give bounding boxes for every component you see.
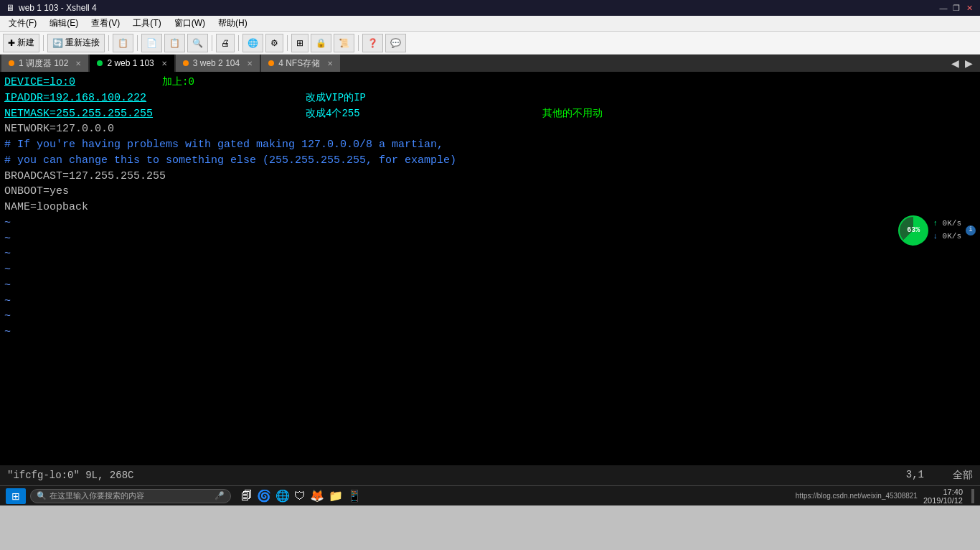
- tab-dot-2: [97, 60, 103, 66]
- start-button[interactable]: ⊞: [6, 488, 26, 504]
- lock-button[interactable]: 🔒: [311, 34, 331, 52]
- apps-icon: ⊞: [296, 38, 303, 48]
- tilde-1: ~: [4, 215, 976, 231]
- tab-next-icon[interactable]: ▶: [962, 57, 976, 69]
- close-button[interactable]: ✕: [964, 3, 974, 13]
- help-button[interactable]: ❓: [362, 34, 383, 52]
- window-title: web 1 103 - Xshell 4: [19, 3, 97, 13]
- netmask-line: NETMASK=255.255.255.255: [4, 108, 153, 120]
- toolbar-sep-3: [137, 35, 138, 51]
- script-icon: 📜: [339, 38, 349, 48]
- tab-scheduler[interactable]: 1 调度器 102 ✕: [1, 55, 88, 72]
- find-button[interactable]: 🔍: [187, 34, 208, 52]
- mic-icon: 🎤: [215, 491, 225, 500]
- session-manager-button[interactable]: 📋: [113, 34, 133, 52]
- upload-speed: ↑ 0K/s: [933, 218, 961, 230]
- toolbar: ✚ 新建 🔄 重新连接 📋 📄 📋 🔍 🖨 🌐 ⚙ ⊞ 🔒 📜 ❓ 💬: [0, 32, 980, 55]
- help-icon: ❓: [367, 38, 378, 48]
- toolbar-sep-6: [287, 35, 288, 51]
- toolbar-sep-5: [238, 35, 239, 51]
- browser2-icon[interactable]: 🦊: [310, 489, 324, 503]
- chat-button[interactable]: 💬: [385, 34, 406, 52]
- terminal-line-4: NETWORK=127.0.0.0: [4, 121, 976, 137]
- globe-icon: 🌐: [248, 38, 258, 48]
- new-button[interactable]: ✚ 新建: [3, 34, 39, 52]
- menu-file[interactable]: 文件(F): [3, 16, 42, 31]
- store-icon[interactable]: 🌀: [257, 489, 271, 503]
- name-line: NAME=loopback: [4, 201, 88, 213]
- menu-edit[interactable]: 编辑(E): [44, 16, 84, 31]
- tab-close-3[interactable]: ✕: [247, 60, 253, 67]
- tab-web2[interactable]: 3 web 2 104 ✕: [176, 55, 260, 72]
- reconnect-button[interactable]: 🔄 重新连接: [47, 34, 105, 52]
- menu-help[interactable]: 帮助(H): [212, 16, 253, 31]
- cpu-gauge: 63%: [898, 215, 928, 246]
- taskview-icon[interactable]: 🗐: [241, 490, 253, 503]
- vpn-icon[interactable]: 🛡: [294, 490, 306, 503]
- paste-button[interactable]: 📋: [164, 34, 185, 52]
- tab-label-2: 2 web 1 103: [107, 58, 154, 68]
- settings-icon: ⚙: [270, 38, 278, 48]
- browser-button[interactable]: 🌐: [242, 34, 263, 52]
- arrow-up-icon: ↑: [933, 219, 938, 228]
- tab-web1[interactable]: 2 web 1 103 ✕: [90, 55, 174, 72]
- tab-dot-1: [9, 60, 14, 66]
- maximize-button[interactable]: ❐: [951, 3, 961, 13]
- cursor-position: 3,1: [906, 469, 924, 482]
- folder-icon[interactable]: 📁: [329, 489, 343, 503]
- print-icon: 🖨: [221, 38, 230, 48]
- menu-tools[interactable]: 工具(T): [127, 16, 166, 31]
- tab-close-4[interactable]: ✕: [327, 60, 333, 67]
- menu-bar: 文件(F) 编辑(E) 查看(V) 工具(T) 窗口(W) 帮助(H): [0, 16, 980, 32]
- tab-prev-icon[interactable]: ◀: [948, 57, 962, 69]
- net-info-icon: i: [966, 225, 976, 236]
- terminal-line-7: BROADCAST=127.255.255.255: [4, 169, 976, 185]
- globe-taskbar-icon[interactable]: 🌐: [275, 489, 290, 503]
- terminal-area[interactable]: DEVICE=lo:0 加上:0 IPADDR=192.168.100.222 …: [0, 72, 980, 465]
- tab-label-4: 4 NFS存储: [278, 57, 320, 70]
- terminal-line-8: ONBOOT=yes: [4, 184, 976, 200]
- toolbar-sep-2: [108, 35, 109, 51]
- title-bar: 🖥 web 1 103 - Xshell 4 — ❐ ✕: [0, 0, 980, 16]
- view-mode: 全部: [953, 469, 973, 482]
- tilde-6: ~: [4, 294, 976, 309]
- taskbar-apps: 🗐 🌀 🌐 🛡 🦊 📁 📱: [241, 489, 362, 503]
- menu-window[interactable]: 窗口(W): [169, 16, 211, 31]
- tab-label-1: 1 调度器 102: [19, 57, 68, 70]
- tilde-2: ~: [4, 231, 976, 247]
- settings-button[interactable]: ⚙: [265, 34, 283, 52]
- toolbar-sep-1: [43, 35, 44, 51]
- minimize-button[interactable]: —: [938, 3, 948, 13]
- tab-close-1[interactable]: ✕: [75, 60, 81, 67]
- terminal-line-9: NAME=loopback: [4, 200, 976, 215]
- tab-dot-3: [183, 60, 189, 66]
- network-line: NETWORK=127.0.0.0: [4, 123, 114, 135]
- copy-button[interactable]: 📄: [141, 34, 162, 52]
- menu-view[interactable]: 查看(V): [85, 16, 126, 31]
- windows-taskbar: ⊞ 🔍 在这里输入你要搜索的内容 🎤 🗐 🌀 🌐 🛡 🦊 📁 📱 https:/…: [0, 485, 980, 505]
- tab-nfs[interactable]: 4 NFS存储 ✕: [261, 55, 340, 72]
- script-button[interactable]: 📜: [334, 34, 354, 52]
- print-button[interactable]: 🖨: [216, 34, 235, 52]
- arrow-down-icon: ↓: [933, 232, 938, 241]
- tab-close-2[interactable]: ✕: [161, 60, 167, 67]
- apps-button[interactable]: ⊞: [291, 34, 308, 52]
- annotation-others: 其他的不用动: [542, 106, 603, 121]
- paste-icon: 📋: [169, 38, 180, 48]
- show-desktop-button[interactable]: [971, 489, 974, 503]
- network-widget: 63% ↑ 0K/s ↓ 0K/s i: [898, 215, 976, 246]
- copy-icon: 📄: [146, 38, 157, 48]
- comment-line-2: # you can change this to something else …: [4, 154, 456, 167]
- ipaddr-line: IPADDR=192.168.100.222: [4, 92, 146, 104]
- taskbar-search[interactable]: 🔍 在这里输入你要搜索的内容 🎤: [30, 489, 231, 503]
- net-speeds: ↑ 0K/s ↓ 0K/s: [933, 218, 961, 243]
- broadcast-line: BROADCAST=127.255.255.255: [4, 170, 166, 182]
- tilde-3: ~: [4, 246, 976, 262]
- find-icon: 🔍: [192, 38, 203, 48]
- toolbar-sep-7: [358, 35, 359, 51]
- lock-icon: 🔒: [316, 38, 326, 48]
- search-icon: 🔍: [37, 491, 47, 500]
- tab-bar: 1 调度器 102 ✕ 2 web 1 103 ✕ 3 web 2 104 ✕ …: [0, 55, 980, 72]
- tablet-icon[interactable]: 📱: [347, 489, 362, 503]
- tab-navigation: ◀ ▶: [946, 55, 979, 72]
